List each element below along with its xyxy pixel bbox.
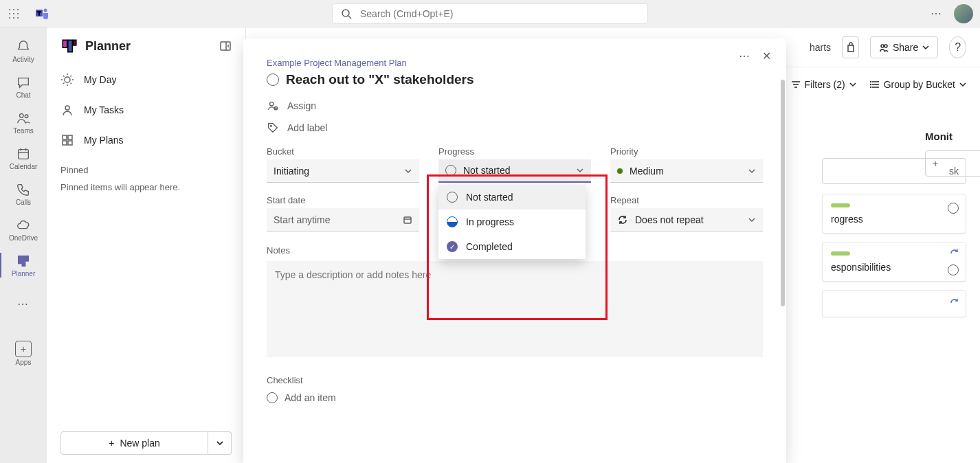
filters-button[interactable]: Filters (2) — [791, 79, 856, 90]
apps-icon: + — [15, 341, 32, 357]
complete-circle-icon[interactable] — [267, 74, 279, 86]
rail-teams[interactable]: Teams — [0, 104, 47, 140]
sidebar-myday[interactable]: My Day — [47, 65, 245, 95]
rail-label: Calls — [16, 199, 31, 206]
startdate-label: Start date — [267, 195, 419, 205]
chevron-down-icon — [216, 439, 224, 447]
group-icon — [870, 80, 880, 89]
sidebar-label: My Tasks — [84, 104, 124, 115]
addlabel-label: Add label — [287, 122, 327, 133]
people-icon — [879, 43, 889, 52]
share-button[interactable]: Share — [870, 36, 938, 58]
rail-onedrive[interactable]: OneDrive — [0, 212, 47, 247]
teams-logo-icon: T — [34, 5, 51, 22]
sidebar-pinned-header: Pinned — [47, 155, 245, 179]
svg-rect-41 — [68, 135, 72, 139]
repeat-label: Repeat — [610, 195, 763, 205]
rail-chat[interactable]: Chat — [0, 69, 47, 104]
svg-line-38 — [71, 76, 72, 77]
progress-label: Progress — [438, 146, 591, 157]
task-card[interactable]: rogress — [822, 194, 966, 234]
svg-point-5 — [17, 13, 19, 14]
rail-label: Planner — [12, 270, 35, 278]
more-icon[interactable]: ⋯ — [931, 7, 943, 20]
search-box[interactable] — [332, 3, 648, 24]
user-avatar[interactable] — [954, 4, 973, 23]
priority-label: Priority — [610, 146, 763, 157]
complete-circle-icon[interactable] — [948, 203, 959, 214]
new-plan-button[interactable]: + New plan — [60, 431, 208, 455]
rail-label: OneDrive — [9, 234, 38, 242]
progress-option-completed[interactable]: ✓ Completed — [438, 234, 586, 259]
planner-sidebar: Planner My Day My Tasks My Plans Pinned … — [47, 27, 246, 463]
scrollbar[interactable] — [781, 80, 785, 458]
inprogress-icon — [447, 216, 458, 227]
sidebar-myplans[interactable]: My Plans — [47, 125, 245, 155]
rail-activity[interactable]: Activity — [0, 33, 47, 69]
svg-point-1 — [13, 9, 14, 10]
complete-circle-icon[interactable] — [948, 264, 959, 275]
svg-point-55 — [270, 102, 274, 106]
rail-planner[interactable]: Planner — [0, 247, 47, 283]
svg-rect-26 — [221, 42, 230, 50]
progress-option-notstarted[interactable]: Not started — [438, 185, 586, 210]
rail-calls[interactable]: Calls — [0, 176, 47, 212]
task-card[interactable] — [822, 290, 966, 317]
svg-line-13 — [348, 16, 351, 19]
new-plan-chevron[interactable] — [208, 431, 232, 455]
task-card[interactable]: esponsibilities — [822, 242, 966, 282]
bucket-header: Monit — [925, 131, 980, 150]
close-icon[interactable]: ✕ — [762, 49, 771, 63]
option-label: Completed — [466, 241, 513, 252]
notes-textarea[interactable] — [267, 261, 763, 357]
help-icon[interactable]: ? — [949, 36, 966, 58]
svg-point-39 — [65, 106, 69, 110]
bucket-value: Initiating — [274, 166, 309, 177]
svg-text:T: T — [38, 10, 41, 16]
svg-point-52 — [870, 82, 871, 82]
addlabel-row[interactable]: Add label — [267, 122, 763, 134]
svg-rect-16 — [19, 149, 29, 159]
tab-charts[interactable]: harts — [810, 42, 831, 53]
svg-rect-24 — [68, 40, 73, 52]
app-launcher-icon[interactable] — [0, 8, 27, 19]
rail-more[interactable]: ⋯ — [0, 286, 47, 321]
repeat-dropdown[interactable]: Does not repeat — [610, 208, 763, 232]
checklist-add-row[interactable]: Add an item — [267, 392, 763, 403]
rail-calendar[interactable]: Calendar — [0, 140, 47, 176]
priority-dot-icon — [617, 168, 623, 174]
chevron-down-icon — [748, 216, 756, 224]
svg-rect-43 — [68, 141, 72, 145]
progress-value: Not started — [463, 165, 510, 176]
assign-icon — [267, 100, 279, 112]
startdate-field[interactable]: Start anytime — [267, 208, 419, 232]
label-tag — [831, 251, 850, 256]
checklist-label: Checklist — [267, 375, 763, 385]
rail-apps[interactable]: + Apps — [0, 335, 47, 371]
sidebar-mytasks[interactable]: My Tasks — [47, 95, 245, 125]
svg-point-44 — [881, 45, 884, 47]
progress-dropdown[interactable]: Not started — [438, 159, 591, 183]
search-input[interactable] — [360, 8, 639, 19]
priority-dropdown[interactable]: Medium — [610, 159, 763, 183]
filters-label: Filters (2) — [805, 79, 845, 90]
progress-option-inprogress[interactable]: In progress — [438, 210, 586, 234]
svg-line-35 — [63, 76, 65, 77]
svg-point-8 — [17, 17, 19, 19]
more-icon[interactable]: ⋯ — [739, 49, 750, 63]
svg-point-30 — [65, 77, 70, 82]
breadcrumb[interactable]: Example Project Management Plan — [267, 58, 763, 68]
bucket-dropdown[interactable]: Initiating — [267, 159, 419, 183]
groupby-button[interactable]: Group by Bucket — [870, 79, 966, 90]
expand-pane-icon[interactable] — [219, 40, 232, 52]
task-title[interactable]: Reach out to "X" stakeholders — [286, 72, 474, 87]
svg-line-36 — [71, 83, 72, 84]
svg-point-7 — [13, 17, 14, 19]
sidebar-label: My Plans — [84, 135, 124, 146]
card-title: esponsibilities — [831, 262, 957, 273]
store-icon[interactable] — [842, 36, 859, 58]
completed-icon: ✓ — [447, 241, 458, 252]
svg-point-59 — [270, 125, 271, 126]
assign-row[interactable]: Assign — [267, 100, 763, 112]
add-task-input[interactable]: sk — [822, 158, 966, 184]
